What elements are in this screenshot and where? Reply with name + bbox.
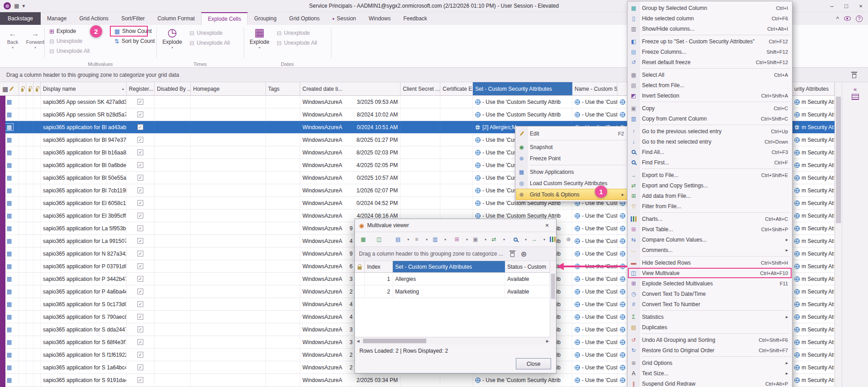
sort-by-count-button[interactable]: ⇅ Sort by Count <box>112 37 157 46</box>
menu-item-hide-selected-column[interactable]: ▯Hide selected columnCtrl+F6 <box>628 13 792 23</box>
registered-checkbox[interactable]: ✓ <box>137 149 143 155</box>
dialog-column-header-status-custom[interactable]: Status - Custom <box>505 261 551 272</box>
menu-item-go-to-the-previous-selected-entry[interactable]: ↑Go to the previous selected entryCtrl+U… <box>628 126 792 136</box>
dialog-chart-icon[interactable] <box>547 234 562 245</box>
registered-checkbox[interactable]: ✓ <box>137 276 143 282</box>
menu-item-load-custom-security-attributes[interactable]: ◎Load Custom Security Attributes <box>516 177 627 189</box>
column-header-0[interactable]: ▦ <box>0 82 19 95</box>
menu-item-show-applications[interactable]: ▦Show Applications <box>516 166 627 177</box>
maximize-button[interactable]: □ <box>839 0 854 12</box>
dialog-horizontal-scrollbar[interactable]: ◀ ▶ <box>355 337 551 345</box>
dialog-copy-icon[interactable]: ▣▾ <box>470 234 488 245</box>
tab-feedback[interactable]: Feedback <box>397 12 434 25</box>
menu-item-reset-default-freeze[interactable]: ↺Reset default freezeCtrl+Shift+F12 <box>628 57 792 67</box>
registered-checkbox[interactable]: ✓ <box>137 339 143 345</box>
menu-item-export-and-copy-settings[interactable]: ⇄Export and Copy Settings... <box>628 180 792 191</box>
column-header-disabled-by[interactable]: Disabled By ... <box>155 82 191 95</box>
tab-explode-cells[interactable]: Explode Cells <box>201 12 248 25</box>
menu-item-find-all[interactable]: Find All...Ctrl+F3 <box>628 147 792 157</box>
grid-icon[interactable]: ▦ <box>14 3 19 9</box>
menu-item-comments[interactable]: …Comments...▸ <box>628 245 792 255</box>
menu-item-select-all[interactable]: ▦Select AllCtrl+A <box>628 70 792 80</box>
column-header-1[interactable] <box>19 82 26 95</box>
menu-item-text-size[interactable]: AText Size...▸ <box>628 368 792 378</box>
times-unexplode-button[interactable]: ⊟ Unexplode <box>187 28 225 37</box>
column-header-register[interactable]: Register... <box>127 82 155 95</box>
dialog-export-icon[interactable]: →▾ <box>528 234 547 245</box>
menu-item-group-by-selected-column[interactable]: ▦Group by Selected ColumnCtrl+I <box>628 3 792 13</box>
registered-checkbox[interactable]: ✓ <box>137 251 143 256</box>
tab-grid-options[interactable]: Grid Options <box>283 12 326 25</box>
times-unexplode-all-button[interactable]: ⊟ Unexplode All <box>187 38 232 47</box>
dialog-lock-header[interactable] <box>355 261 365 272</box>
menu-item-show-hide-columns[interactable]: ▥Show/Hide columns...Ctrl+Alt+I <box>628 23 792 34</box>
menu-item-freeze-columns[interactable]: ▤Freeze Columns...Shift+F12 <box>628 47 792 57</box>
dialog-table-row[interactable]: 1AllergiesAvailable <box>355 273 551 285</box>
dialog-column-header-set-custom-security-attributes[interactable]: Set - Custom Security Attributes <box>393 261 505 272</box>
dialog-table-view-icon[interactable]: ▦ <box>358 234 373 245</box>
menu-item-add-data-from-file[interactable]: ⊞Add data from File... <box>628 191 792 201</box>
menu-item-snapshot[interactable]: ◉Snapshot <box>516 141 627 153</box>
dialog-columns-icon[interactable]: ▥▾ <box>429 234 448 245</box>
explode-button[interactable]: ⊞ Explode <box>47 27 78 36</box>
tab-grouping[interactable]: Grouping <box>248 12 283 25</box>
left-panel-strip[interactable] <box>0 96 5 387</box>
column-header-homepage[interactable]: Homepage <box>191 82 266 95</box>
dialog-title-bar[interactable]: ◉ Multivalue viewer × <box>355 219 556 232</box>
registered-checkbox[interactable]: ✓ <box>137 112 143 117</box>
scrollbar-thumb[interactable] <box>836 97 841 223</box>
menu-item-go-to-the-next-selected-entry[interactable]: ↓Go to the next selected entryCtrl+Down <box>628 136 792 147</box>
dialog-card-view-icon[interactable]: ◫ <box>373 234 389 245</box>
registered-checkbox[interactable]: ✓ <box>137 314 143 320</box>
dialog-pivot-icon[interactable]: ⊞▾ <box>451 234 469 245</box>
column-header-2[interactable] <box>26 82 33 95</box>
menu-item-hide-selected-rows[interactable]: ▬Hide Selected RowsCtrl+Shift+H <box>628 257 792 268</box>
menu-item-select-from-file[interactable]: ▤Select from File... <box>628 80 792 90</box>
trash-icon[interactable] <box>851 72 857 78</box>
tab-backstage[interactable]: Backstage <box>0 12 41 25</box>
menu-item-convert-text-to-number[interactable]: #Convert Text To Number <box>628 299 792 309</box>
menu-item-grid-options[interactable]: ⊛Grid Options▸ <box>628 358 792 368</box>
menu-item-freeze-point[interactable]: ⊛Freeze Point <box>516 153 627 164</box>
menu-item-explode-selected-multivalues[interactable]: ⊞Explode Selected MultivaluesF11 <box>628 278 792 289</box>
menu-item-grid-tools-options[interactable]: ⊛Grid Tools & Options▸ <box>516 189 627 200</box>
column-header-name-custom-s[interactable]: Name - Custom S. <box>572 82 618 95</box>
list-panel-icon[interactable] <box>852 94 859 100</box>
dialog-grouping-bar[interactable]: Drag a column header to this grouping zo… <box>355 247 556 261</box>
menu-item-duplicates[interactable]: ▤Duplicates <box>628 322 792 332</box>
column-header-created-date-ti[interactable]: Created date ti... <box>300 82 401 95</box>
scroll-left-icon[interactable]: ◀ <box>355 339 361 343</box>
menu-item-invert-selection[interactable]: ◩Invert SelectionCtrl+Shift+A <box>628 90 792 101</box>
registered-checkbox[interactable]: ✓ <box>137 238 143 244</box>
column-header-urity-attributes[interactable]: urity Attributes <box>792 82 835 95</box>
collapse-ribbon-icon[interactable]: ^ <box>836 16 839 21</box>
column-header-client-secret[interactable]: Client Secret ... <box>401 82 440 95</box>
tab-sort-filter[interactable]: Sort/Filter <box>115 12 151 25</box>
dialog-rows-icon[interactable]: ≡▾ <box>411 234 429 245</box>
column-header-tags[interactable]: Tags <box>266 82 300 95</box>
expand-panel-icon[interactable]: « <box>850 85 860 93</box>
dialog-vertical-scrollbar[interactable] <box>550 261 556 337</box>
tab-windows[interactable]: Windows <box>362 12 397 25</box>
menu-item-freeze-up-to-set-custom-security-attributes[interactable]: ◧Freeze up to "Set - Custom Security Att… <box>628 36 792 47</box>
menu-item-convert-text-to-date-time[interactable]: ◷Convert Text To Date/Time <box>628 289 792 299</box>
dialog-settings-icon[interactable]: ⊛ <box>563 234 578 245</box>
menu-item-compare-column-values[interactable]: ⇆Compare Column Values...▸ <box>628 234 792 245</box>
registered-checkbox[interactable]: ✓ <box>137 137 143 143</box>
registered-checkbox[interactable]: ✓ <box>137 124 143 130</box>
dialog-hscroll-thumb[interactable] <box>363 339 426 343</box>
close-button[interactable]: × <box>854 0 868 12</box>
menu-item-find-first[interactable]: Find First...Ctrl+F <box>628 157 792 168</box>
tab-manage[interactable]: Manage <box>41 12 73 25</box>
column-header-display-name[interactable]: Display name▴ <box>41 82 127 95</box>
times-explode-button[interactable]: ◷ Explode ▾ <box>159 27 185 50</box>
minimize-button[interactable]: – <box>825 0 839 12</box>
vertical-scrollbar[interactable] <box>835 82 842 387</box>
registered-checkbox[interactable]: ✓ <box>137 352 143 358</box>
unexplode-button[interactable]: ⊟ Unexplode <box>47 37 85 46</box>
back-button[interactable]: ← Back ▾ <box>4 29 22 50</box>
menu-item-charts[interactable]: Charts...Ctrl+Alt+C <box>628 214 792 224</box>
menu-item-undo-all-grouping-and-sorting[interactable]: ↺Undo All Grouping and SortingCtrl+Shift… <box>628 335 792 345</box>
registered-checkbox[interactable]: ✓ <box>137 200 143 206</box>
tab-column-format[interactable]: Column Format <box>151 12 201 25</box>
